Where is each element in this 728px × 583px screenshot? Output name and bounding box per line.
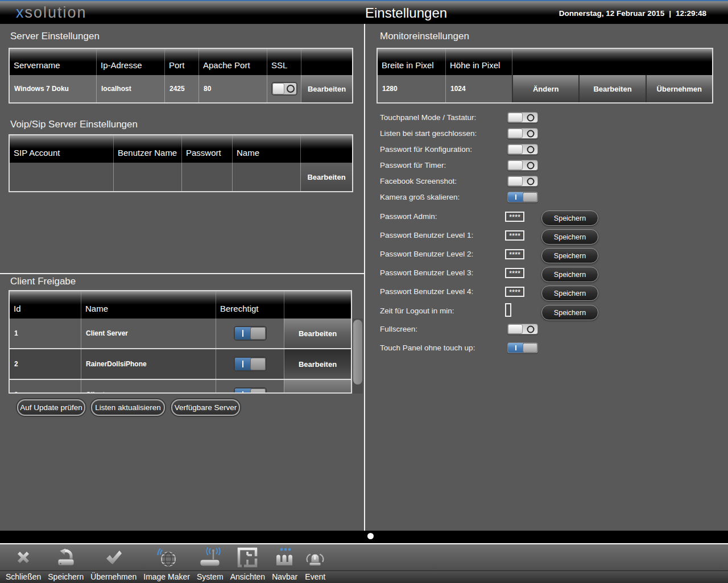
passwort-cell [181,163,232,191]
passwort-level1-label: Passwort Benutzer Level 1: [380,231,473,239]
passwort-level3-input[interactable] [505,268,524,278]
save-passwort-level2-button[interactable]: Speichern [541,248,598,263]
passwort-level2-input[interactable] [505,249,524,259]
title-bar: xsolution Einstellungen Donnerstag, 12 F… [0,0,728,24]
toolbar-item-event[interactable]: Event [304,544,326,583]
facebook-screenshot-toggle[interactable] [507,176,538,187]
client-row: 3 Client Bearbeiten [10,379,351,394]
fullscreen-label: Fullscreen: [380,325,417,333]
toggle-on-track [235,327,251,340]
server-row: Windows 7 Doku localhost 2425 80 Bearbei… [10,75,352,102]
berechtigt-cell [216,349,284,379]
toolbar-item-system[interactable]: System [197,544,224,583]
logout-zeit-input[interactable] [505,303,511,317]
passwort-level4-label: Passwort Benutzer Level 4: [380,287,473,296]
save-passwort-level3-button[interactable]: Speichern [541,267,598,282]
client-edit-button[interactable]: Bearbeiten [284,319,351,348]
passwort-timer-toggle[interactable] [507,160,538,171]
save-logout-zeit-button[interactable]: Speichern [541,305,598,320]
toolbar-item-uebernehmen[interactable]: Übernehmen [90,544,136,583]
save-passwort-level4-button[interactable]: Speichern [541,286,598,301]
toolbar-item-navbar[interactable]: Navbar [272,544,297,583]
check-icon [105,544,123,570]
col-header-name: Name [81,291,216,319]
toolbar-item-schliessen[interactable]: Schließen [6,544,41,583]
breite-cell: 1280 [378,75,445,102]
berechtigt-toggle[interactable] [234,326,267,341]
toolbar-item-ansichten[interactable]: Ansichten [230,544,265,583]
page-title: Einstellungen [365,5,447,21]
client-id-cell: 2 [10,349,81,379]
client-name-cell: Client [81,380,216,394]
col-header-name: Name [232,135,300,163]
passwort-admin-input[interactable] [505,212,524,222]
fullscreen-toggle[interactable] [507,324,538,334]
floorplan-icon [237,544,258,570]
refresh-lists-button[interactable]: Listen aktualisieren [91,399,165,416]
passwort-konfiguration-toggle[interactable] [507,144,538,155]
toolbar-item-speichern[interactable]: Speichern [48,544,84,583]
listen-geschlossen-toggle[interactable] [507,128,538,139]
server-section-title: Server Einstellungen [10,31,100,42]
monitor-table-header: Breite in Pixel Höhe in Pixel [378,49,712,75]
sip-account-cell [10,163,113,191]
server-table-header: Servername Ip-Adresse Port Apache Port S… [10,49,352,75]
passwort-level1-input[interactable] [505,230,524,241]
logo-text: solution [25,4,87,21]
port-cell: 2425 [164,75,198,102]
toolbar-item-image-maker[interactable]: Image Maker [143,544,190,583]
passwort-admin-label: Passwort Admin: [380,212,437,221]
name-cell [232,163,300,191]
client-list-scrollbar-thumb[interactable] [353,320,362,384]
col-header-id: Id [10,291,81,319]
client-list-scrollbar[interactable] [353,319,363,394]
save-passwort-level1-button[interactable]: Speichern [541,229,598,245]
col-header-benutzer-name: Benutzer Name [113,135,181,163]
check-update-button[interactable]: Auf Update prüfen [17,399,85,416]
bottom-toolbar: Schließen Speichern Übernehmen [0,544,728,583]
berechtigt-toggle[interactable] [234,357,267,371]
passwort-level2-label: Passwort Benutzer Level 2: [380,250,473,258]
toolbar-label: Ansichten [230,570,265,583]
benutzer-name-cell [113,163,181,191]
col-header-actions [512,49,712,75]
page-indicator-strip [0,531,728,543]
passwort-konfiguration-label: Passwort für Konfiguration: [380,145,472,154]
monitor-row: 1280 1024 Ändern Bearbeiten Übernehmen [378,75,712,102]
col-header-actions [301,49,352,75]
client-edit-button[interactable]: Bearbeiten [284,349,351,379]
toggle-knob [250,327,266,340]
passwort-timer-label: Passwort für Timer: [380,161,446,169]
toolbar-label: Speichern [48,570,84,583]
voip-edit-button[interactable]: Bearbeiten [300,163,352,191]
toolbar-label: System [197,570,224,583]
toggle-knob [272,83,284,94]
col-header-port: Port [164,49,198,75]
col-header-hoehe: Höhe in Pixel [445,49,512,75]
col-header-servername: Servername [10,49,96,75]
client-edit-button[interactable]: Bearbeiten [284,380,351,394]
app-logo: xsolution [16,4,87,22]
toggle-on-track [235,388,251,394]
server-edit-button[interactable]: Bearbeiten [301,75,352,102]
settings-screen: xsolution Einstellungen Donnerstag, 12 F… [0,0,728,583]
client-id-cell: 3 [10,380,81,394]
toggle-off-ring [287,85,295,93]
save-passwort-admin-button[interactable]: Speichern [541,210,598,226]
available-servers-button[interactable]: Verfügbare Server [171,399,240,416]
client-name-cell: RainerDollsiPhone [81,349,216,379]
datetime-display: Donnerstag, 12 Februar 2015|12:29:48 [557,9,709,18]
ssl-toggle[interactable] [271,82,297,96]
monitor-bearbeiten-button[interactable]: Bearbeiten [578,75,645,102]
hoehe-cell: 1024 [445,75,512,102]
berechtigt-toggle[interactable] [234,387,267,394]
toolbar-label: Übernehmen [90,570,136,583]
touchpanel-mode-toggle[interactable] [507,112,538,123]
passwort-level4-input[interactable] [505,287,524,297]
touch-ohne-touchup-toggle[interactable] [507,342,538,353]
uebernehmen-button[interactable]: Übernehmen [646,75,712,102]
aendern-button[interactable]: Ändern [512,75,578,102]
facebook-screenshot-label: Facebook Screenshot: [380,177,457,185]
client-row: 2 RainerDollsiPhone Bearbeiten [10,348,351,379]
kamera-skalieren-toggle[interactable] [507,192,538,202]
